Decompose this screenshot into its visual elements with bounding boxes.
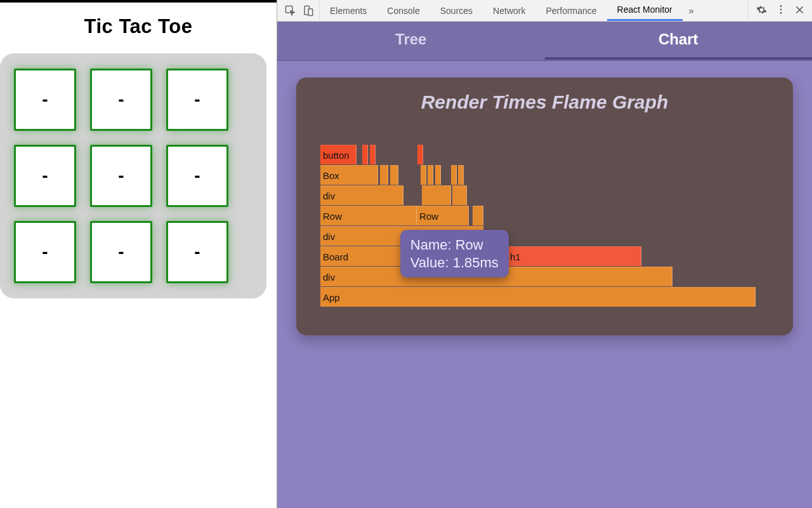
flame-block[interactable]: [473, 206, 483, 225]
board-cell[interactable]: -: [14, 221, 76, 283]
flame-block[interactable]: [421, 165, 426, 185]
flame-block[interactable]: App: [320, 287, 756, 307]
devtools-tab-performance[interactable]: Performance: [535, 0, 606, 21]
flame-block[interactable]: [452, 185, 467, 205]
flame-row: div: [320, 226, 775, 246]
flame-block[interactable]: [390, 165, 399, 185]
app-panel: Tic Tac Toe - - - - - - - - -: [0, 0, 277, 508]
flame-block[interactable]: [380, 165, 389, 185]
toggle-device-icon[interactable]: [303, 5, 314, 17]
devtools-tab-sources[interactable]: Sources: [430, 0, 483, 21]
svg-point-3: [780, 5, 782, 7]
flame-row: App: [320, 287, 775, 307]
board-cell[interactable]: -: [14, 69, 76, 131]
board-row: - - -: [14, 221, 252, 283]
page-title: Tic Tac Toe: [0, 3, 277, 44]
close-icon[interactable]: [795, 5, 804, 17]
flame-row: div: [320, 267, 775, 286]
tab-tree[interactable]: Tree: [277, 22, 545, 60]
flame-block[interactable]: Board: [320, 246, 508, 266]
devtools-tab-react-monitor[interactable]: React Monitor: [607, 0, 683, 21]
flame-row: div: [320, 185, 775, 205]
flame-block[interactable]: Box: [320, 165, 378, 185]
flame-graph-card: Render Times Flame Graph buttonBoxdivRow…: [296, 77, 793, 335]
devtools-tab-elements[interactable]: Elements: [320, 0, 377, 21]
gear-icon[interactable]: [756, 4, 767, 17]
svg-rect-2: [308, 9, 313, 16]
devtools-tabs: Elements Console Sources Network Perform…: [320, 0, 748, 21]
flame-block[interactable]: Row: [320, 206, 417, 225]
svg-point-4: [780, 9, 782, 11]
flame-block[interactable]: Row: [417, 206, 469, 225]
flame-block[interactable]: [370, 145, 376, 164]
flame-block[interactable]: [435, 165, 441, 185]
board-row: - - -: [14, 69, 252, 131]
devtools-icon-group: [277, 0, 320, 21]
flame-block[interactable]: div: [320, 185, 403, 205]
flame-block[interactable]: [458, 165, 464, 185]
react-monitor-panel: Tree Chart Render Times Flame Graph butt…: [277, 22, 812, 508]
flame-block[interactable]: [428, 165, 433, 185]
flame-row: Box: [320, 165, 775, 185]
flame-graph-title: Render Times Flame Graph: [314, 91, 775, 113]
devtools-tabs-overflow[interactable]: »: [683, 0, 700, 21]
board-cell[interactable]: -: [166, 69, 228, 131]
flame-block[interactable]: [417, 145, 423, 164]
flame-block[interactable]: [451, 165, 457, 185]
react-monitor-body: Render Times Flame Graph buttonBoxdivRow…: [277, 61, 812, 508]
board-cell[interactable]: -: [166, 221, 228, 283]
kebab-menu-icon[interactable]: [776, 4, 786, 17]
inspect-element-icon[interactable]: [285, 5, 296, 17]
devtools-toolbar-right: [748, 0, 812, 21]
board-cell[interactable]: -: [14, 145, 76, 207]
flame-block[interactable]: [422, 185, 451, 205]
flame-block[interactable]: div: [320, 267, 672, 286]
flame-block[interactable]: [362, 145, 368, 164]
flame-row: Boardh1: [320, 246, 775, 266]
flame-block[interactable]: div: [320, 226, 483, 246]
flame-row: RowRow: [320, 206, 775, 225]
flame-row: button: [320, 145, 775, 164]
react-monitor-tabs: Tree Chart: [277, 22, 812, 61]
flame-block[interactable]: h1: [508, 246, 642, 266]
board-cell[interactable]: -: [90, 221, 152, 283]
devtools-tab-network[interactable]: Network: [483, 0, 535, 21]
tic-tac-toe-board: - - - - - - - - -: [0, 53, 266, 298]
devtools-toolbar: Elements Console Sources Network Perform…: [277, 0, 812, 22]
board-row: - - -: [14, 145, 252, 207]
svg-point-5: [780, 12, 782, 14]
devtools-tab-console[interactable]: Console: [377, 0, 429, 21]
devtools-panel: Elements Console Sources Network Perform…: [277, 0, 812, 508]
board-cell[interactable]: -: [90, 69, 152, 131]
tab-chart[interactable]: Chart: [545, 22, 813, 60]
board-cell[interactable]: -: [90, 145, 152, 207]
flame-graph[interactable]: buttonBoxdivRowRowdivBoardh1divApp: [320, 145, 775, 310]
flame-block[interactable]: button: [320, 145, 357, 164]
board-cell[interactable]: -: [166, 145, 228, 207]
